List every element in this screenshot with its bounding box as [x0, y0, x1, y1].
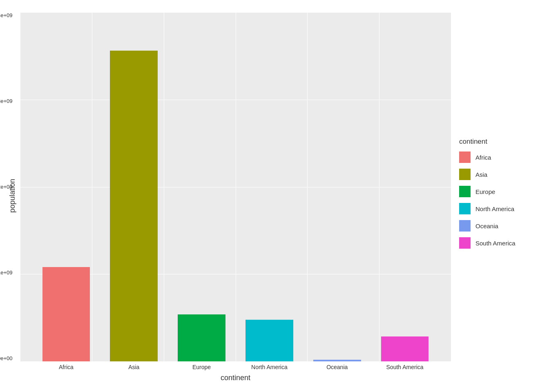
legend-label-africa: Africa [475, 154, 491, 161]
plot-and-legend: 4e+09 3e+09 2e+09 1e+09 0e+00 [20, 8, 541, 384]
legend-title: continent [459, 138, 533, 146]
chart-container: population 4e+09 3e+09 2e+09 1e+09 0e+00 [0, 0, 549, 392]
legend-item-north-america: North America [459, 203, 533, 214]
y-tick-3: 2e+09 [0, 184, 13, 190]
x-label-south-america: South America [375, 364, 435, 370]
x-label-africa: Africa [36, 364, 96, 370]
bar-south-america [381, 336, 429, 361]
legend-item-south-america: South America [459, 237, 533, 249]
legend-item-oceania: Oceania [459, 220, 533, 232]
grid-and-bars: 4e+09 3e+09 2e+09 1e+09 0e+00 [20, 12, 451, 361]
bars-container [20, 12, 451, 361]
chart-wrapper: population 4e+09 3e+09 2e+09 1e+09 0e+00 [8, 8, 541, 384]
y-axis-ticks: 4e+09 3e+09 2e+09 1e+09 0e+00 [0, 12, 13, 361]
legend-label-europe: Europe [475, 188, 495, 195]
legend-item-africa: Africa [459, 151, 533, 163]
bar-group-oceania [307, 12, 367, 361]
legend-color-north-america [459, 203, 471, 214]
bar-group-africa [36, 12, 96, 361]
bar-africa [42, 267, 90, 361]
y-tick-5: 4e+09 [0, 12, 13, 18]
legend-color-asia [459, 169, 471, 180]
bar-group-europe [172, 12, 232, 361]
x-axis-labels: Africa Asia Europe North America Oceania… [20, 364, 451, 370]
bar-north-america [245, 320, 293, 361]
x-axis-title: continent [20, 374, 451, 382]
legend-label-oceania: Oceania [475, 223, 498, 229]
legend-label-asia: Asia [475, 171, 487, 178]
plot-area: 4e+09 3e+09 2e+09 1e+09 0e+00 [20, 8, 541, 384]
legend-label-north-america: North America [475, 205, 514, 212]
legend-item-asia: Asia [459, 169, 533, 180]
legend-color-africa [459, 151, 471, 163]
legend-item-europe: Europe [459, 186, 533, 197]
x-label-north-america: North America [239, 364, 299, 370]
bar-europe [178, 314, 225, 361]
x-label-europe: Europe [172, 364, 232, 370]
grid-line-bottom [20, 361, 451, 362]
legend-color-oceania [459, 220, 471, 232]
legend: continent Africa Asia Europe [451, 8, 541, 384]
plot-inner: 4e+09 3e+09 2e+09 1e+09 0e+00 [20, 8, 451, 384]
y-tick-4: 3e+09 [0, 98, 13, 104]
bar-group-south-america [375, 12, 435, 361]
bar-group-asia [104, 12, 164, 361]
y-tick-1: 0e+00 [0, 355, 13, 361]
x-label-asia: Asia [104, 364, 164, 370]
legend-color-south-america [459, 237, 471, 249]
legend-color-europe [459, 186, 471, 197]
legend-label-south-america: South America [475, 240, 516, 247]
bar-asia [110, 51, 158, 361]
bar-oceania [313, 360, 361, 361]
x-label-oceania: Oceania [307, 364, 367, 370]
y-tick-2: 1e+09 [0, 270, 13, 276]
bar-group-north-america [239, 12, 299, 361]
